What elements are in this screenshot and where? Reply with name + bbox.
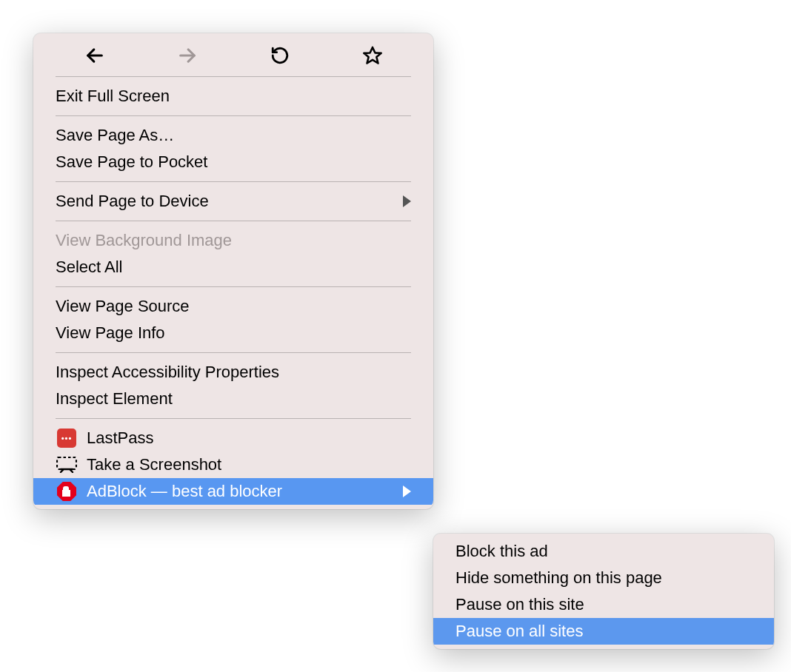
menu-group: Save Page As… Save Page to Pocket [33,116,433,181]
menu-item-take-screenshot[interactable]: Take a Screenshot [33,451,433,478]
menu-item-view-bg-image: View Background Image [33,227,433,254]
back-icon[interactable] [84,45,105,66]
menu-item-view-page-source[interactable]: View Page Source [33,293,433,320]
menu-item-label: LastPass [87,429,411,448]
menu-group: Inspect Accessibility Properties Inspect… [33,353,433,418]
menu-item-label: Inspect Accessibility Properties [56,363,411,382]
menu-item-label: Send Page to Device [56,192,403,211]
menu-item-save-page-as[interactable]: Save Page As… [33,122,433,149]
bookmark-star-icon[interactable] [362,45,383,66]
menu-item-send-to-device[interactable]: Send Page to Device [33,188,433,215]
menu-item-label: Exit Full Screen [56,87,411,106]
screenshot-icon [56,454,78,476]
menu-item-label: View Page Info [56,323,411,343]
menu-group-extensions: LastPass Take a Screenshot AdBlock — bes… [33,419,433,508]
submenu-arrow-icon [403,195,411,207]
adblock-submenu: Block this ad Hide something on this pag… [433,534,774,649]
menu-item-select-all[interactable]: Select All [33,254,433,280]
menu-item-label: AdBlock — best ad blocker [87,482,403,501]
lastpass-icon [56,427,78,449]
menu-item-label: View Background Image [56,231,411,250]
menu-item-label: Hide something on this page [455,568,752,588]
menu-group: Send Page to Device [33,182,433,221]
context-menu: Exit Full Screen Save Page As… Save Page… [33,33,433,509]
submenu-arrow-icon [403,485,411,497]
menu-item-label: Block this ad [455,542,752,561]
submenu-item-hide-something[interactable]: Hide something on this page [433,565,774,591]
menu-item-label: Pause on this site [455,595,752,614]
submenu-item-pause-all-sites[interactable]: Pause on all sites [433,618,774,645]
menu-item-label: Select All [56,258,411,277]
menu-item-label: Take a Screenshot [87,455,411,474]
menu-item-adblock[interactable]: AdBlock — best ad blocker [33,478,433,505]
menu-item-label: Save Page to Pocket [56,152,411,172]
menu-item-label: Pause on all sites [455,622,752,641]
reload-icon[interactable] [270,45,290,66]
menu-item-inspect-element[interactable]: Inspect Element [33,386,433,412]
forward-icon[interactable] [177,45,198,66]
submenu-item-block-this-ad[interactable]: Block this ad [433,538,774,565]
menu-item-label: Save Page As… [56,126,411,145]
adblock-icon [56,480,78,503]
menu-group: Exit Full Screen [33,77,433,115]
menu-item-label: Inspect Element [56,389,411,409]
svg-rect-3 [57,457,76,469]
menu-item-save-to-pocket[interactable]: Save Page to Pocket [33,149,433,175]
menu-item-label: View Page Source [56,297,411,316]
svg-marker-2 [364,47,381,64]
nav-icon-row [33,38,433,76]
menu-item-exit-fullscreen[interactable]: Exit Full Screen [33,83,433,110]
submenu-item-pause-this-site[interactable]: Pause on this site [433,591,774,618]
menu-group: View Page Source View Page Info [33,287,433,352]
menu-group: View Background Image Select All [33,221,433,286]
menu-item-view-page-info[interactable]: View Page Info [33,320,433,346]
menu-item-inspect-a11y[interactable]: Inspect Accessibility Properties [33,359,433,386]
menu-item-lastpass[interactable]: LastPass [33,425,433,451]
